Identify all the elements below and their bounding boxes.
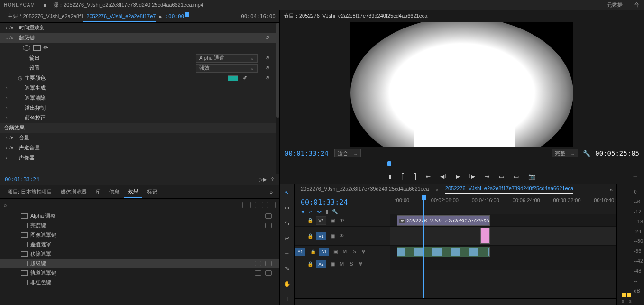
track-v2[interactable]: V2 <box>316 216 326 225</box>
tab-effects[interactable]: 效果 <box>124 185 142 198</box>
track-a1[interactable]: A1 <box>319 248 329 256</box>
step-back-icon[interactable]: ◀Ι <box>440 173 446 180</box>
overflow-icon[interactable]: » <box>267 189 276 195</box>
export-frame-icon[interactable]: 📷 <box>528 173 535 180</box>
eye-icon[interactable]: 👁 <box>339 218 345 223</box>
output-dropdown[interactable]: Alpha 通道⌄ <box>196 54 258 63</box>
pen-mask-icon[interactable]: ✎ <box>42 44 50 52</box>
preset-item[interactable]: 移除遮罩 <box>0 249 279 259</box>
mic-icon[interactable]: 🎙 <box>360 249 367 254</box>
timeline-ruler[interactable]: :00:0000:02:08:0000:04:16:0000:06:24:000… <box>390 195 616 214</box>
ellipse-mask-icon[interactable] <box>23 45 30 51</box>
play-icon[interactable]: ▶ <box>156 14 165 19</box>
effect-volume[interactable]: 音量 <box>16 134 29 141</box>
preset-item[interactable]: 图像遮罩键 <box>0 230 279 240</box>
prop-spill[interactable]: 溢出抑制 <box>22 104 46 111</box>
slip-tool-icon[interactable]: ↔ <box>283 249 292 258</box>
timeline-scrollbar[interactable] <box>295 298 616 305</box>
track-select-tool-icon[interactable]: ⇹ <box>283 203 292 213</box>
timeline-lanes[interactable]: 2052276_VJshi_e2a2e8f17e739d24 <box>390 214 616 298</box>
program-scrubber[interactable] <box>285 160 639 168</box>
loop-icon[interactable]: ▷▶ <box>259 176 267 183</box>
reset-icon[interactable]: ↺ <box>263 74 271 82</box>
chevron-right-icon[interactable]: › <box>4 156 9 160</box>
preset-item[interactable]: Alpha 调整 <box>0 211 279 221</box>
track-v1[interactable]: V1 <box>316 232 326 240</box>
stopwatch-icon[interactable]: ◷ <box>18 75 23 81</box>
mark-in-icon[interactable]: ⎡ <box>401 173 404 180</box>
lock-icon[interactable]: 🔒 <box>310 249 316 254</box>
reset-icon[interactable]: ↺ <box>263 65 271 72</box>
ripple-tool-icon[interactable]: ⇆ <box>283 218 292 228</box>
alpha-channel-preview[interactable] <box>350 22 573 147</box>
lift-icon[interactable]: ▭ <box>499 173 504 180</box>
preset-item[interactable]: 差值遮罩 <box>0 240 279 249</box>
tab-info[interactable]: 信息 <box>105 186 123 198</box>
filter-32bit-icon[interactable] <box>255 202 263 208</box>
menu-icon[interactable]: ≡ <box>39 2 51 8</box>
tab-markers[interactable]: 标记 <box>143 186 161 198</box>
chevron-right-icon[interactable]: › <box>4 116 9 120</box>
clip-a1[interactable] <box>397 247 490 257</box>
mark-in-icon[interactable]: ▮ <box>388 173 392 180</box>
lock-icon[interactable]: 🔒 <box>307 218 313 223</box>
wrench-icon[interactable]: 🔧 <box>583 150 590 157</box>
toggle-output-icon[interactable]: ▣ <box>329 218 336 223</box>
clip-v2[interactable]: 2052276_VJshi_e2a2e8f17e739d24 <box>397 215 490 226</box>
tab-project[interactable]: 项目: 日本旅拍项目 <box>4 186 56 198</box>
mark-out-icon[interactable]: ⎤ <box>414 173 416 180</box>
reset-icon[interactable]: ↺ <box>263 34 271 42</box>
tab-media-browser[interactable]: 媒体浏览器 <box>57 186 91 198</box>
sequence-tab-active[interactable]: 2052276_VJshi_e2a2e8f17e739d240f25cd4aa6… <box>445 185 573 194</box>
clip-tab-instance[interactable]: 2052276_VJshi_e2a2e8f17e739d… <box>83 11 156 22</box>
filter-yuv-icon[interactable] <box>267 202 276 208</box>
tab-libraries[interactable]: 库 <box>92 186 104 198</box>
extract-icon[interactable]: ▭ <box>514 173 519 180</box>
preset-item[interactable]: 亮度键 <box>0 221 279 230</box>
eye-icon[interactable]: 👁 <box>339 233 345 239</box>
mute-icon[interactable]: ▣ <box>329 261 336 267</box>
scrollbar[interactable] <box>276 23 279 185</box>
preset-item[interactable]: 超级键 <box>0 259 279 268</box>
toggle-output-icon[interactable]: ▣ <box>329 233 336 239</box>
settings-dropdown[interactable]: 强效⌄ <box>196 64 258 73</box>
overflow-icon[interactable]: » <box>610 187 616 193</box>
chevron-right-icon[interactable]: › <box>4 106 9 111</box>
prop-matte-gen[interactable]: 遮罩生成 <box>22 84 46 92</box>
step-fwd-icon[interactable]: Ι▶ <box>469 173 475 180</box>
lock-icon[interactable]: 🔒 <box>307 233 313 239</box>
lock-icon[interactable]: 🔒 <box>307 261 313 267</box>
eyedropper-icon[interactable]: ✐ <box>243 75 247 81</box>
chevron-right-icon[interactable]: › <box>4 26 9 30</box>
clip-tab-master[interactable]: 主要 * 2052276_VJshi_e2a2e8f17e7… <box>4 11 83 22</box>
program-tc-left[interactable]: 00:01:33:24 <box>285 149 329 157</box>
effect-time-remap[interactable]: 时间重映射 <box>16 24 45 31</box>
pen-tool-icon[interactable]: ✎ <box>283 264 292 273</box>
chevron-right-icon[interactable]: › <box>4 136 9 140</box>
export-icon[interactable]: ⇪ <box>270 176 275 183</box>
razor-tool-icon[interactable]: ✂ <box>283 233 292 243</box>
go-out-icon[interactable]: ⇥ <box>485 173 489 180</box>
chevron-down-icon[interactable]: ⌄ <box>4 36 9 40</box>
effect-channel-volume[interactable]: 声道音量 <box>16 144 40 151</box>
metadata-tab[interactable]: 元数据 <box>605 1 632 9</box>
chevron-right-icon[interactable]: › <box>4 96 9 101</box>
play-icon[interactable]: ▶ <box>456 173 460 180</box>
quality-dropdown[interactable]: 完整⌄ <box>552 149 578 157</box>
hand-tool-icon[interactable]: ✋ <box>283 279 292 288</box>
add-button-icon[interactable]: + <box>633 172 637 181</box>
effects-search-input[interactable] <box>11 202 239 208</box>
source-a1[interactable]: A1 <box>295 248 305 256</box>
mute-icon[interactable]: ▣ <box>332 249 339 254</box>
reset-icon[interactable]: ↺ <box>263 55 271 62</box>
rect-mask-icon[interactable] <box>33 45 41 51</box>
effect-ultra-key[interactable]: 超级键 <box>16 34 35 41</box>
color-swatch[interactable] <box>228 75 238 81</box>
selection-tool-icon[interactable]: ↖ <box>283 188 292 197</box>
track-a2[interactable]: A2 <box>316 260 326 268</box>
chevron-right-icon[interactable]: › <box>4 146 9 150</box>
timeline-timecode[interactable]: 00:01:33:24 <box>301 198 384 207</box>
zoom-dropdown[interactable]: 适合⌄ <box>334 149 361 157</box>
prop-color-correct[interactable]: 颜色校正 <box>22 114 46 121</box>
ec-timecode[interactable]: 00:01:33:24 <box>5 176 39 183</box>
